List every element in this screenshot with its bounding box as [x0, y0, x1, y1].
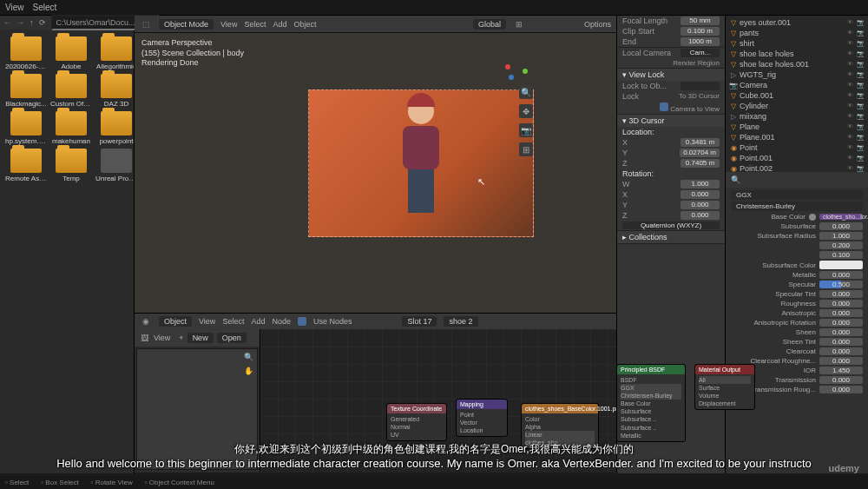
render-icon[interactable]: 📷 [857, 82, 865, 89]
folder-item[interactable]: Unreal Project [95, 149, 134, 182]
cursor-y[interactable]: 0.02704 m [680, 149, 720, 157]
outliner-item[interactable]: ▽Cylinder👁📷 [727, 101, 866, 111]
render-icon[interactable]: 📷 [857, 144, 865, 152]
fwd-icon[interactable]: → [16, 17, 24, 29]
material-output-node[interactable]: Material Output All Surface Volume Displ… [694, 364, 755, 410]
image-texture-node[interactable]: clothes_shoes_BaseColor.1001.png Color A… [521, 403, 599, 449]
folder-item[interactable]: 20200626-A... [5, 36, 47, 70]
collections-header[interactable]: ▸ Collections [617, 231, 725, 243]
render-icon[interactable]: 📷 [857, 61, 865, 69]
eye-icon[interactable]: 👁 [847, 50, 855, 58]
eye-icon[interactable]: 👁 [847, 113, 855, 121]
preview-icon[interactable]: 🖼 [138, 332, 150, 344]
eye-icon[interactable]: 👁 [847, 102, 855, 110]
folder-item[interactable]: Remote Assis... [5, 149, 47, 182]
outliner-item[interactable]: ◉Point.002👁📷 [727, 163, 866, 172]
hand-icon[interactable]: ✋ [244, 367, 253, 375]
render-icon[interactable]: 📷 [857, 102, 865, 110]
render-icon[interactable]: 📷 [857, 19, 865, 27]
eye-icon[interactable]: 👁 [847, 165, 855, 173]
eye-icon[interactable]: 👁 [847, 61, 855, 69]
render-icon[interactable]: 📷 [857, 134, 865, 142]
folder-item[interactable]: hp.system.pa... [5, 111, 47, 145]
render-icon[interactable]: 📷 [857, 113, 865, 121]
cursor-header[interactable]: ▾ 3D Cursor [617, 115, 725, 127]
zoom-icon[interactable]: 🔍 [519, 85, 533, 99]
outliner-item[interactable]: ◉Point👁📷 [727, 142, 866, 153]
basecolor-input[interactable]: clothes_sho...lor.1001.png [819, 214, 863, 220]
pv-view[interactable]: View [154, 334, 170, 342]
rotation-mode[interactable]: Quaternion (WXYZ) [622, 221, 720, 229]
outliner-item[interactable]: ▽shirt👁📷 [727, 38, 866, 49]
node-select-menu[interactable]: Select [222, 317, 244, 326]
render-icon[interactable]: 📷 [857, 30, 865, 37]
render-icon[interactable]: 📷 [857, 40, 865, 48]
view-lock-header[interactable]: ▾ View Lock [617, 69, 725, 81]
outliner-item[interactable]: ▽shoe lace holes.001👁📷 [727, 59, 866, 69]
vp-add-menu[interactable]: Add [273, 20, 286, 29]
eye-icon[interactable]: 👁 [847, 134, 855, 142]
node-canvas[interactable]: Texture Coordinate Generated Normal UV M… [260, 329, 616, 472]
folder-item[interactable]: Allegorithmic [95, 36, 134, 70]
open-button[interactable]: Open [217, 333, 247, 343]
folder-item[interactable]: powerpoint [95, 111, 134, 145]
options-menu[interactable]: Options [584, 20, 611, 29]
use-nodes-checkbox[interactable] [298, 317, 306, 326]
render-icon[interactable]: 📷 [857, 50, 865, 58]
outliner-item[interactable]: ▽pants👁📷 [727, 28, 866, 38]
outliner-item[interactable]: 📷Camera👁📷 [727, 80, 866, 90]
eye-icon[interactable]: 👁 [847, 144, 855, 152]
render-icon[interactable]: 📷 [857, 71, 865, 79]
new-button[interactable]: New [187, 333, 214, 343]
vp-view-menu[interactable]: View [220, 20, 237, 29]
mapping-node[interactable]: Mapping Point Vector Location [456, 399, 508, 437]
folder-item[interactable]: Blackmagic... [5, 74, 47, 108]
eye-icon[interactable]: 👁 [847, 71, 855, 79]
zoom-icon[interactable]: 🔍 [244, 353, 253, 361]
slot-dropdown[interactable]: Slot 17 [402, 316, 437, 327]
orientation-dropdown[interactable]: Global [473, 19, 506, 30]
nav-gizmo[interactable] [505, 59, 529, 83]
render-icon[interactable]: 📷 [857, 123, 865, 131]
folder-item[interactable]: makehuman [50, 111, 92, 145]
material-dropdown[interactable]: shoe 2 [444, 316, 477, 327]
eye-icon[interactable]: 👁 [847, 19, 855, 27]
view-menu[interactable]: View [5, 3, 24, 12]
cursor-x[interactable]: 0.3481 m [681, 138, 720, 147]
viewport-3d[interactable]: Camera Perspective (155) Scene Collectio… [135, 33, 616, 313]
cursor-z[interactable]: 0.7405 m [681, 159, 720, 168]
editor-type-icon[interactable]: ⬚ [140, 18, 152, 30]
eye-icon[interactable]: 👁 [847, 123, 855, 131]
dist-dropdown[interactable]: GGX [731, 190, 863, 200]
node-node-menu[interactable]: Node [272, 317, 291, 326]
eye-icon[interactable]: 👁 [847, 155, 855, 162]
outliner-item[interactable]: ▷miixang👁📷 [727, 111, 866, 122]
node-object-dropdown[interactable]: Object [159, 316, 192, 327]
folder-item[interactable]: Temp [50, 149, 92, 182]
node-editor-icon[interactable]: ◉ [140, 315, 152, 327]
outliner-item[interactable]: ▽eyes outer.001👁📷 [727, 17, 866, 28]
refresh-icon[interactable]: ⟳ [39, 17, 46, 29]
eye-icon[interactable]: 👁 [847, 92, 855, 100]
eye-icon[interactable]: 👁 [847, 82, 855, 89]
select-menu[interactable]: Select [33, 3, 57, 12]
camera-to-view-checkbox[interactable] [660, 102, 668, 111]
preview-viewport[interactable]: 🔍 ✋ [136, 348, 258, 470]
node-add-menu[interactable]: Add [251, 317, 265, 326]
principled-bsdf-node[interactable]: Principled BSDF BSDF GGX Christensen-Bur… [616, 364, 686, 442]
mode-dropdown[interactable]: Object Mode [159, 19, 214, 30]
folder-item[interactable]: Adobe [50, 36, 92, 70]
render-icon[interactable]: 📷 [857, 92, 865, 100]
outliner-item[interactable]: ▽shoe lace holes👁📷 [727, 49, 866, 59]
up-icon[interactable]: ↑ [30, 17, 34, 29]
outliner-item[interactable]: ◉Point.001👁📷 [727, 153, 866, 163]
camera-icon[interactable]: 📷 [519, 123, 533, 137]
grid-icon[interactable]: ⊞ [519, 142, 533, 156]
eye-icon[interactable]: 👁 [847, 40, 855, 48]
sss-dropdown[interactable]: Christensen-Burley [731, 202, 863, 211]
texture-coordinate-node[interactable]: Texture Coordinate Generated Normal UV [386, 403, 447, 441]
outliner-item[interactable]: ▽Plane👁📷 [727, 122, 866, 132]
folder-item[interactable]: DAZ 3D [95, 74, 134, 108]
outliner-item[interactable]: ▷WGTS_rig👁📷 [727, 69, 866, 80]
move-icon[interactable]: ✥ [519, 104, 533, 118]
